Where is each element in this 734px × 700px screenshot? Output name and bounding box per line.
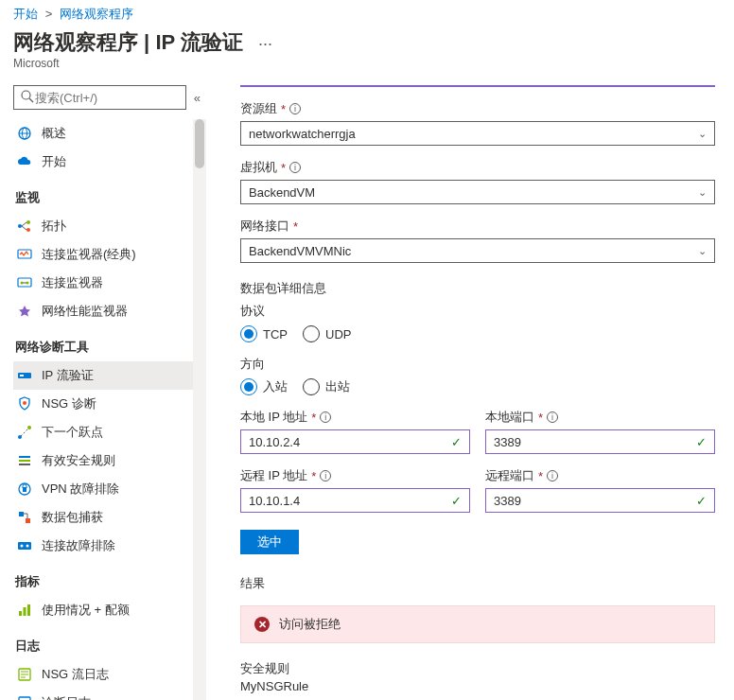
search-input[interactable] [35, 91, 180, 105]
sidebar-scrollbar-thumb[interactable] [195, 119, 204, 168]
sidebar: « 概述 开始 监视 拓扑 连接监视器(经典) 连接监视器 [0, 81, 206, 700]
svg-rect-24 [23, 487, 26, 492]
sidebar-item-network-perf[interactable]: 网络性能监视器 [13, 297, 195, 325]
chevron-down-icon: ⌄ [698, 128, 707, 140]
sidebar-item-label: 拓扑 [42, 218, 66, 235]
sidebar-section-logs: 日志 [13, 624, 195, 660]
more-actions-icon[interactable]: ··· [254, 34, 272, 54]
sidebar-item-label: 连接监视器 [42, 274, 103, 291]
radio-icon [303, 325, 320, 342]
sidebar-item-label: 有效安全规则 [42, 452, 115, 469]
sidebar-item-label: 使用情况 + 配额 [42, 602, 130, 619]
radio-label: 入站 [263, 378, 288, 395]
sidebar-item-label: 数据包捕获 [42, 509, 103, 526]
svg-rect-21 [19, 460, 30, 462]
sidebar-item-label: 连接监视器(经典) [42, 246, 136, 263]
resource-group-select[interactable]: networkwatcherrgja ⌄ [240, 121, 715, 146]
svg-line-1 [29, 98, 33, 102]
monitor-classic-icon [17, 247, 32, 262]
sidebar-item-connection-monitor[interactable]: 连接监视器 [13, 269, 195, 297]
remote-port-input[interactable]: 3389 ✓ [485, 488, 715, 513]
sidebar-item-diagnostic-logs[interactable]: 诊断日志 [13, 689, 195, 700]
sidebar-scrollbar[interactable] [193, 119, 206, 700]
info-icon[interactable]: i [547, 470, 558, 481]
result-status-box: ✕ 访问被拒绝 [240, 605, 715, 643]
direction-label: 方向 [240, 356, 715, 373]
sidebar-item-start[interactable]: 开始 [13, 148, 195, 176]
local-ip-input[interactable]: 10.10.2.4 ✓ [240, 429, 470, 454]
svg-rect-25 [19, 512, 24, 516]
remote-ip-value: 10.10.1.4 [249, 494, 300, 508]
protocol-udp-radio[interactable]: UDP [303, 325, 351, 342]
nic-select[interactable]: BackendVMVMNic ⌄ [240, 238, 715, 263]
chevron-down-icon: ⌄ [698, 245, 707, 257]
sidebar-item-label: IP 流验证 [42, 367, 94, 384]
diaglog-icon [17, 695, 32, 700]
required-icon: * [311, 411, 316, 425]
vm-select[interactable]: BackendVM ⌄ [240, 180, 715, 204]
sidebar-item-packet-capture[interactable]: 数据包捕获 [13, 503, 195, 532]
local-port-input[interactable]: 3389 ✓ [485, 429, 715, 454]
required-icon: * [311, 469, 316, 483]
breadcrumb-current[interactable]: 网络观察程序 [60, 7, 133, 21]
vpn-icon [17, 481, 32, 497]
sidebar-nav: 概述 开始 监视 拓扑 连接监视器(经典) 连接监视器 网络性能监视器 [13, 119, 206, 700]
remote-port-value: 3389 [494, 494, 521, 508]
check-button[interactable]: 选中 [240, 530, 299, 554]
sidebar-item-connection-monitor-classic[interactable]: 连接监视器(经典) [13, 240, 195, 269]
info-icon[interactable]: i [547, 411, 558, 423]
remote-ip-label: 远程 IP 地址 [240, 467, 307, 484]
sidebar-item-overview[interactable]: 概述 [13, 119, 195, 148]
svg-rect-31 [24, 607, 26, 616]
protocol-tcp-radio[interactable]: TCP [240, 325, 288, 342]
sidebar-item-effective-rules[interactable]: 有效安全规则 [13, 446, 195, 475]
required-icon: * [281, 161, 286, 175]
topology-icon [17, 219, 32, 234]
sidebar-item-nsg-flow-logs[interactable]: NSG 流日志 [13, 660, 195, 689]
sidebar-item-vpn-troubleshoot[interactable]: VPN 故障排除 [13, 475, 195, 503]
check-icon: ✓ [696, 494, 707, 508]
direction-inbound-radio[interactable]: 入站 [240, 378, 288, 395]
direction-outbound-radio[interactable]: 出站 [303, 378, 350, 395]
perf-icon [17, 304, 32, 319]
svg-rect-27 [18, 542, 31, 550]
remote-port-label: 远程端口 [485, 467, 534, 484]
radio-icon [303, 378, 320, 395]
sidebar-item-label: 开始 [42, 153, 66, 170]
svg-point-7 [26, 228, 30, 232]
sidebar-item-label: 下一个跃点 [42, 424, 103, 441]
sidebar-item-usage-quota[interactable]: 使用情况 + 配额 [13, 596, 195, 624]
sidebar-section-monitor: 监视 [13, 176, 195, 212]
breadcrumb-home[interactable]: 开始 [13, 7, 38, 21]
required-icon: * [538, 469, 543, 483]
conn-troubleshoot-icon [17, 538, 32, 553]
sidebar-item-label: 网络性能监视器 [42, 303, 128, 320]
info-icon[interactable]: i [289, 162, 301, 173]
remote-ip-input[interactable]: 10.10.1.4 ✓ [240, 488, 470, 513]
radio-label: UDP [325, 327, 351, 341]
flowlog-icon [17, 667, 32, 682]
protocol-label: 协议 [240, 303, 715, 320]
sidebar-item-nsg-diagnostics[interactable]: NSG 诊断 [13, 390, 195, 418]
sidebar-item-topology[interactable]: 拓扑 [13, 212, 195, 240]
search-input-wrap[interactable] [13, 85, 186, 110]
search-icon [20, 89, 35, 107]
sidebar-item-connection-troubleshoot[interactable]: 连接故障排除 [13, 532, 195, 560]
radio-label: 出站 [325, 378, 350, 395]
sidebar-item-ip-flow-verify[interactable]: IP 流验证 [13, 361, 195, 390]
required-icon: * [538, 411, 543, 425]
svg-rect-30 [19, 611, 22, 616]
breadcrumb: 开始 > 网络观察程序 [0, 0, 734, 25]
info-icon[interactable]: i [289, 103, 301, 114]
sidebar-item-next-hop[interactable]: 下一个跃点 [13, 418, 195, 446]
info-icon[interactable]: i [320, 470, 331, 481]
result-status-text: 访问被拒绝 [279, 616, 341, 633]
sidebar-item-label: NSG 流日志 [42, 666, 109, 683]
chevron-down-icon: ⌄ [698, 186, 707, 199]
packet-icon [17, 510, 32, 525]
nsg-icon [17, 396, 32, 411]
security-rule-label: 安全规则 [240, 660, 715, 677]
page-subtitle: Microsoft [0, 57, 734, 81]
collapse-sidebar-icon[interactable]: « [194, 91, 201, 105]
info-icon[interactable]: i [320, 411, 331, 423]
